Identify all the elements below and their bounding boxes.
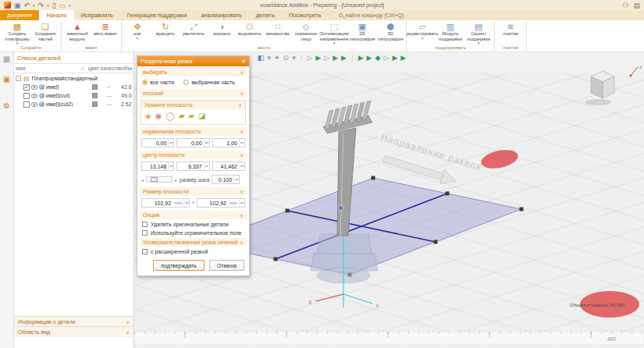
eye-icon[interactable] [31, 85, 37, 90]
viewport-tool-icon[interactable]: ⊙ [283, 54, 290, 62]
visibility-checkbox[interactable] [23, 101, 30, 108]
section-select[interactable]: выбирать∨ [140, 68, 247, 76]
filter-funnel-icon[interactable]: ▽ [80, 66, 87, 71]
part-info-bar[interactable]: Информация о детали ∨ [14, 316, 133, 326]
part-row[interactable]: име[](cut) — 49.0 [14, 91, 133, 100]
plane-mode-icon[interactable]: ◉ [155, 112, 162, 121]
spinner-icon[interactable]: ▴▾ [233, 176, 239, 183]
plane-mode-icon[interactable]: ▰ [188, 112, 194, 121]
section-options[interactable]: Опция∨ [140, 211, 247, 219]
column-quality[interactable]: качество [101, 66, 121, 71]
visibility-checkbox[interactable] [23, 93, 30, 99]
ribbon-button[interactable]: ≋ ломтик [496, 21, 525, 37]
spinner-icon[interactable]: ▴▾ [239, 139, 244, 147]
spinner-icon[interactable]: ▴▾ [168, 162, 173, 170]
viewport-tool-icon[interactable]: ◆ [375, 54, 381, 62]
platform-row[interactable]: − ▤ Платформа#стандартный [14, 73, 133, 83]
expander-icon[interactable]: − [16, 76, 21, 81]
plane-mode-icon[interactable]: ◈ [145, 112, 151, 121]
center-x-input[interactable]: 13,148▴▾ [141, 162, 174, 171]
normal-z-input[interactable]: 1,00▴▾ [212, 138, 245, 147]
ribbon-button[interactable]: ▦ Создать платформу ▾ [3, 21, 31, 44]
normal-y-input[interactable]: 0,00▴▾ [176, 138, 209, 147]
viewport-tool-icon[interactable]: ▶ [367, 54, 372, 62]
color-chip[interactable] [92, 93, 98, 98]
plane-mode-icon[interactable]: ▰ [179, 112, 185, 121]
spinner-icon[interactable]: ▴▾ [168, 139, 173, 147]
color-chip[interactable] [92, 101, 98, 107]
center-y-input[interactable]: 6,337▴▾ [176, 162, 209, 171]
column-volume[interactable]: объем [121, 66, 132, 71]
viewport-tool-icon[interactable]: ✦ [274, 54, 280, 62]
ribbon-button[interactable]: ▥ Модуль поддержки [436, 21, 464, 41]
radio-selected-part[interactable]: выбранная часть [183, 80, 235, 85]
confirm-button[interactable]: подтверждать [153, 260, 205, 271]
plane-width-input[interactable]: 102,92mm▴▾ [141, 198, 190, 208]
parts-tool-icon[interactable]: ⚙ [3, 101, 10, 111]
ribbon-tab[interactable]: Начало [39, 10, 73, 20]
viewport-tool-icon[interactable]: ▷ [324, 54, 329, 62]
part-row[interactable]: ✓ име[] ✓ 42.6 [14, 83, 133, 91]
ribbon-button[interactable]: ≣ авто макет [91, 21, 119, 37]
part-row[interactable]: име[](cut2) — 2.52 [14, 100, 133, 108]
ribbon-tab[interactable]: Генерация поддержки [120, 10, 194, 20]
area-view-bar[interactable]: Область вид ∨ [14, 326, 133, 336]
spinner-icon[interactable]: ▴▾ [204, 162, 209, 170]
close-icon[interactable]: ✕ [241, 59, 246, 65]
viewport-tool-icon[interactable]: ▶ [400, 54, 406, 62]
cancel-button[interactable]: Отмена [209, 260, 244, 271]
redo-dropdown-icon[interactable]: ▾ [47, 3, 49, 8]
plane-height-input[interactable]: 102,92mm▴▾ [197, 198, 245, 208]
ribbon-button[interactable]: ⛋ выровнять [236, 21, 264, 37]
viewport-3d[interactable]: Направление ракеля [134, 52, 644, 348]
ribbon-tab[interactable]: анализировать [194, 10, 248, 20]
ribbon-tab[interactable]: документ [0, 10, 39, 20]
viewport-tool-icon[interactable]: ▷ [383, 54, 389, 62]
step-size-input[interactable]: 0,100▴▾ [212, 175, 240, 184]
column-name[interactable]: имя [16, 66, 26, 71]
layout-icon[interactable]: ▤ [633, 2, 640, 9]
checkbox-extended-cut[interactable]: с расширенной резкой [137, 247, 249, 255]
ribbon-tab[interactable]: Посмотреть [282, 10, 328, 20]
ribbon-button[interactable]: ↻ вращать [151, 21, 180, 37]
viewport-tool-icon[interactable]: ❘ [350, 54, 355, 62]
command-search[interactable]: найти команду (Ctrl+Q) [328, 10, 404, 20]
machine-icon[interactable]: ▣ [3, 75, 10, 84]
normal-x-input[interactable]: 0,00▴▾ [141, 138, 174, 147]
viewport-tool-icon[interactable]: ▾ [268, 54, 272, 62]
visibility-checkbox[interactable]: ✓ [23, 84, 30, 91]
model-grab-handle[interactable] [339, 206, 343, 210]
spinner-icon[interactable]: ▴▾ [239, 162, 244, 170]
ribbon-button[interactable]: ▱ редактировать ▾ [408, 21, 436, 40]
spinner-icon[interactable]: ▴▾ [239, 199, 244, 207]
plane-mode-icon[interactable]: ◪ [198, 112, 205, 121]
ribbon-button[interactable]: ❏ Создание частей [31, 21, 59, 41]
dialog-titlebar[interactable]: Разделочная резка ✕ [137, 56, 249, 66]
radio-all-parts[interactable]: все части [142, 80, 174, 85]
ribbon-button[interactable]: ◇ указанное лицо [292, 21, 320, 41]
ribbon-button[interactable]: ▤ Скрипт поддержки ▾ [464, 21, 493, 44]
ribbon-tab[interactable]: делить [249, 10, 282, 20]
spinner-icon[interactable]: ▴▾ [204, 139, 209, 147]
viewport-tool-icon[interactable]: ❘ [299, 54, 304, 62]
viewport-tool-icon[interactable]: ◧ [258, 54, 265, 62]
section-plane-normal[interactable]: нормальная плоскость∨ [140, 127, 247, 136]
viewport-tool-icon[interactable]: ▷ [307, 54, 312, 62]
plane-mode-icon[interactable]: ◯ [165, 112, 174, 121]
ribbon-button[interactable]: ∷ множество [264, 21, 292, 37]
ribbon-button[interactable]: ✥ шаг ▾ [123, 21, 151, 40]
new-document-icon[interactable]: ▯ [52, 2, 56, 9]
color-chip[interactable] [92, 84, 98, 90]
slider-thumb[interactable] [151, 177, 158, 182]
ribbon-button[interactable]: ⤢ увеличить [180, 21, 208, 37]
eye-icon[interactable] [31, 94, 37, 98]
save-icon[interactable]: ▣ [14, 2, 21, 9]
viewport-tool-icon[interactable]: ▶ [341, 54, 347, 62]
undo-icon[interactable]: ↶ [24, 2, 30, 9]
ribbon-button[interactable]: ▲ макетный модуль [63, 21, 91, 41]
viewport-tool-icon[interactable]: ▶ [315, 54, 321, 62]
section-advanced-cut[interactable]: Усовершенствованная резка сечений∨ [140, 238, 247, 247]
ribbon-button[interactable]: ▣ 2D типография [348, 21, 376, 41]
slider-right-icon[interactable]: ▸ [175, 177, 177, 183]
viewport-tool-icon[interactable]: ▶ [392, 54, 397, 62]
